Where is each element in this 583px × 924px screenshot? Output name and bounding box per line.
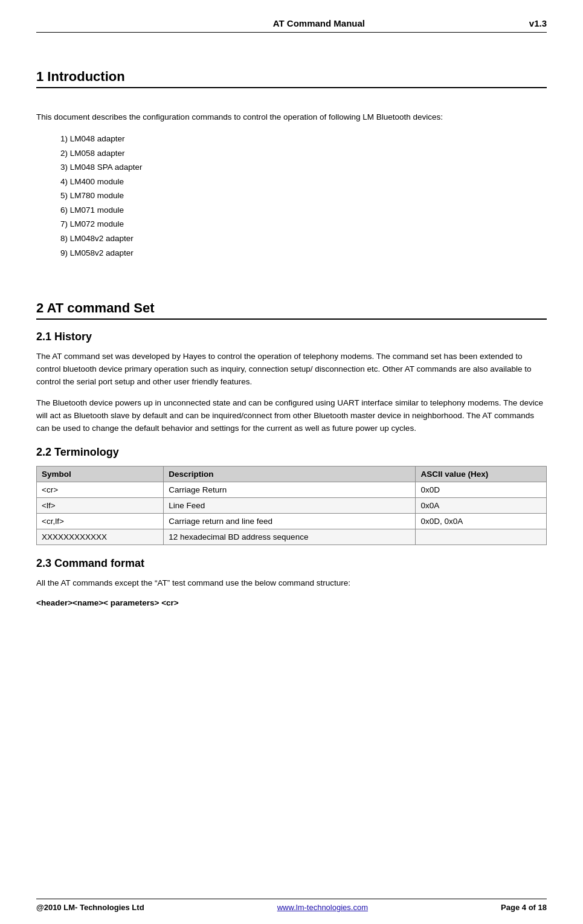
section-introduction: 1 Introduction This document describes t… <box>36 69 547 259</box>
table-row: <cr,lf>Carriage return and line feed0x0D… <box>37 513 547 529</box>
section2-3-heading: 2.3 Command format <box>36 557 547 570</box>
cell-description: Line Feed <box>164 497 416 513</box>
list-item: 5) LM780 module <box>60 189 547 202</box>
document-version: v1.3 <box>529 18 547 28</box>
list-item: 6) LM071 module <box>60 204 547 217</box>
document-title: AT Command Manual <box>109 18 529 28</box>
footer-company: @2010 LM- Technologies Ltd <box>36 903 144 912</box>
col-description: Description <box>164 466 416 482</box>
device-list: 1) LM048 adapter2) LM058 adapter3) LM048… <box>60 132 547 259</box>
section2-2-heading: 2.2 Terminology <box>36 446 547 459</box>
cell-description: Carriage return and line feed <box>164 513 416 529</box>
section1-heading: 1 Introduction <box>36 69 547 88</box>
subsection-command-format: 2.3 Command format All the AT commands e… <box>36 557 547 607</box>
list-item: 9) LM058v2 adapter <box>60 247 547 260</box>
cell-symbol: <cr> <box>37 482 164 497</box>
table-row: XXXXXXXXXXXX12 hexadecimal BD address se… <box>37 529 547 544</box>
cell-ascii: 0x0A <box>416 497 547 513</box>
list-item: 3) LM048 SPA adapter <box>60 161 547 174</box>
section2-1-heading: 2.1 History <box>36 331 547 343</box>
footer-website: www.lm-technologies.com <box>277 903 368 912</box>
history-para1: The AT command set was developed by Haye… <box>36 351 547 389</box>
table-body: <cr>Carriage Return0x0D<lf>Line Feed0x0A… <box>37 482 547 544</box>
cell-ascii <box>416 529 547 544</box>
cell-symbol: XXXXXXXXXXXX <box>37 529 164 544</box>
subsection-terminology: 2.2 Terminology Symbol Description ASCII… <box>36 446 547 545</box>
section2-heading: 2 AT command Set <box>36 300 547 320</box>
cell-ascii: 0x0D, 0x0A <box>416 513 547 529</box>
section-at-command-set: 2 AT command Set 2.1 History The AT comm… <box>36 300 547 607</box>
page-footer: @2010 LM- Technologies Ltd www.lm-techno… <box>36 899 547 912</box>
subsection-history: 2.1 History The AT command set was devel… <box>36 331 547 435</box>
page: AT Command Manual v1.3 1 Introduction Th… <box>0 0 583 924</box>
history-para2: The Bluetooth device powers up in unconn… <box>36 397 547 435</box>
command-format-para: All the AT commands except the “AT” test… <box>36 577 547 590</box>
command-format-example: <header><name>< parameters> <cr> <box>36 598 547 607</box>
cell-ascii: 0x0D <box>416 482 547 497</box>
list-item: 1) LM048 adapter <box>60 132 547 146</box>
cell-description: Carriage Return <box>164 482 416 497</box>
table-row: <lf>Line Feed0x0A <box>37 497 547 513</box>
table-header: Symbol Description ASCII value (Hex) <box>37 466 547 482</box>
table-row: <cr>Carriage Return0x0D <box>37 482 547 497</box>
list-item: 8) LM048v2 adapter <box>60 232 547 245</box>
cell-description: 12 hexadecimal BD address sequence <box>164 529 416 544</box>
list-item: 4) LM400 module <box>60 175 547 189</box>
list-item: 2) LM058 adapter <box>60 147 547 160</box>
footer-page: Page 4 of 18 <box>501 903 547 912</box>
page-header: AT Command Manual v1.3 <box>36 18 547 33</box>
terminology-table: Symbol Description ASCII value (Hex) <cr… <box>36 466 547 545</box>
col-ascii: ASCII value (Hex) <box>416 466 547 482</box>
col-symbol: Symbol <box>37 466 164 482</box>
section1-intro: This document describes the configuratio… <box>36 111 547 124</box>
cell-symbol: <lf> <box>37 497 164 513</box>
cell-symbol: <cr,lf> <box>37 513 164 529</box>
list-item: 7) LM072 module <box>60 218 547 231</box>
